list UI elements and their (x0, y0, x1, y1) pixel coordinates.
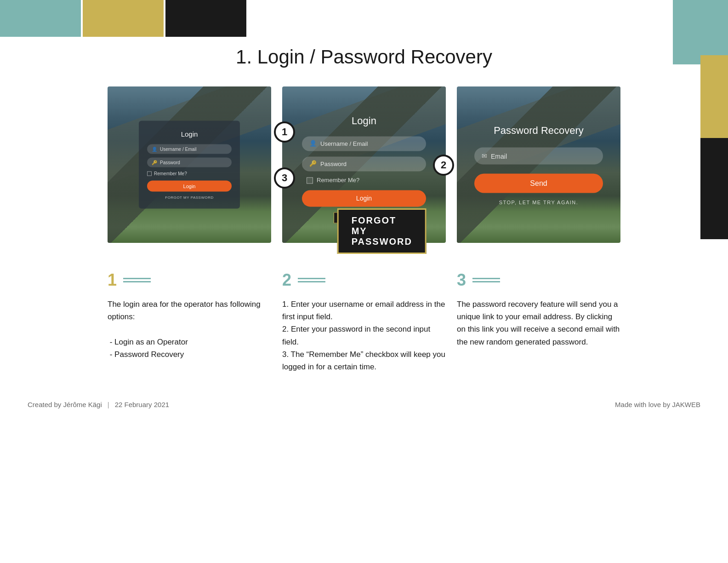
desc-line-1b (123, 281, 151, 282)
username-input-med: 👤 Username / Email (302, 136, 426, 151)
remember-checkbox-med (307, 177, 313, 184)
annotation-circle-3: 3 (274, 167, 295, 189)
forgot-banner-text: FORGOT MY PASSWORD (352, 215, 412, 247)
desc-lines-2 (298, 278, 325, 282)
password-recovery-card: Password Recovery ✉ Email Send STOP, LET… (457, 86, 620, 243)
remember-row-med: Remember Me? (302, 177, 426, 184)
user-icon-small: 👤 (152, 147, 157, 152)
email-input-rec: ✉ Email (474, 148, 603, 165)
desc-lines-3 (472, 278, 500, 282)
desc-number-1: 1 (108, 270, 117, 290)
send-button[interactable]: Send (474, 174, 603, 193)
login-form-title-small: Login (147, 130, 232, 138)
remember-label-small: Remember Me? (154, 171, 187, 176)
footer: Created by Jérôme Kägi | 22 February 202… (0, 401, 728, 423)
email-icon-rec: ✉ (482, 152, 487, 160)
lock-icon-med: 🔑 (309, 160, 317, 167)
desc-col-2: 2 1. Enter your username or email addres… (282, 270, 446, 373)
desc-text-3: The password recovery feature will send … (457, 298, 620, 348)
desc-number-row-2: 2 (282, 270, 446, 290)
desc-number-3: 3 (457, 270, 466, 290)
footer-left: Created by Jérôme Kägi | 22 February 202… (28, 401, 169, 409)
color-swatches (0, 0, 246, 37)
forgot-link-small: FORGOT MY PASSWORD (147, 195, 232, 200)
footer-right: Made with love by JAKWEB (615, 401, 700, 409)
username-input-small: 👤 Username / Email (147, 144, 232, 154)
remember-row-small: Remember Me? (147, 171, 232, 176)
email-placeholder-rec: Email (491, 152, 507, 160)
desc-line-3a (472, 278, 500, 279)
desc-col-1: 1 The login area for the operator has fo… (108, 270, 271, 373)
password-input-med: 🔑 Password (302, 156, 426, 171)
desc-line-1a (123, 278, 151, 279)
footer-date: 22 February 2021 (115, 401, 169, 408)
login-overview-card: Login 👤 Username / Email 🔑 Password Reme… (108, 86, 271, 243)
desc-text-2: 1. Enter your username or email address … (282, 298, 446, 373)
lock-icon-small: 🔑 (152, 160, 157, 165)
page-title: 1. Login / Password Recovery (0, 46, 728, 68)
recovery-form: Password Recovery ✉ Email Send STOP, LET… (474, 125, 603, 205)
descriptions-row: 1 The login area for the operator has fo… (0, 270, 728, 373)
annotation-circle-1: 1 (274, 121, 295, 143)
swatch-teal (0, 0, 81, 37)
login-form-small: Login 👤 Username / Email 🔑 Password Reme… (139, 121, 240, 209)
screenshots-row: Login 👤 Username / Email 🔑 Password Reme… (0, 86, 728, 243)
annotation-circle-2: 2 (433, 155, 454, 176)
desc-line-3b (472, 281, 500, 282)
desc-number-2: 2 (282, 270, 291, 290)
password-placeholder-med: Password (320, 161, 347, 167)
desc-text-1: The login area for the operator has foll… (108, 298, 271, 361)
login-form-title-med: Login (302, 115, 426, 127)
mountain-bg-3: Password Recovery ✉ Email Send STOP, LET… (457, 86, 620, 243)
recovery-card: Password Recovery ✉ Email Send STOP, LET… (457, 86, 620, 243)
forgot-banner-container: FORGOT MY PASSWORD (337, 208, 427, 254)
corner-gold-right (700, 55, 728, 138)
stop-link: STOP, LET ME TRY AGAIN. (474, 200, 603, 205)
desc-lines-1 (123, 278, 151, 282)
corner-teal-top-right (673, 0, 728, 64)
username-placeholder-med: Username / Email (320, 140, 368, 147)
remember-checkbox-small (147, 171, 152, 176)
footer-creator: Created by Jérôme Kägi (28, 401, 102, 408)
login-annotated-card: Login 👤 Username / Email 🔑 Password Reme… (282, 86, 446, 243)
remember-label-med: Remember Me? (317, 177, 359, 184)
desc-line-2a (298, 278, 325, 279)
desc-col-3: 3 The password recovery feature will sen… (457, 270, 620, 373)
login-button-med[interactable]: Login (302, 190, 426, 207)
recovery-form-title: Password Recovery (474, 125, 603, 137)
password-placeholder-small: Password (160, 160, 180, 165)
user-icon-med: 👤 (309, 140, 317, 147)
desc-line-2b (298, 281, 325, 282)
footer-brand: Made with love by JAKWEB (615, 401, 700, 408)
password-input-small: 🔑 Password (147, 158, 232, 167)
footer-separator: | (108, 401, 109, 408)
forgot-password-banner: FORGOT MY PASSWORD (337, 208, 427, 254)
swatch-gold (83, 0, 164, 37)
desc-number-row-1: 1 (108, 270, 271, 290)
username-placeholder-small: Username / Email (160, 147, 196, 152)
login-button-small[interactable]: Login (147, 181, 232, 192)
swatch-black (165, 0, 246, 37)
desc-number-row-3: 3 (457, 270, 620, 290)
corner-black-right (700, 138, 728, 239)
mountain-bg-1: Login 👤 Username / Email 🔑 Password Reme… (108, 86, 271, 243)
